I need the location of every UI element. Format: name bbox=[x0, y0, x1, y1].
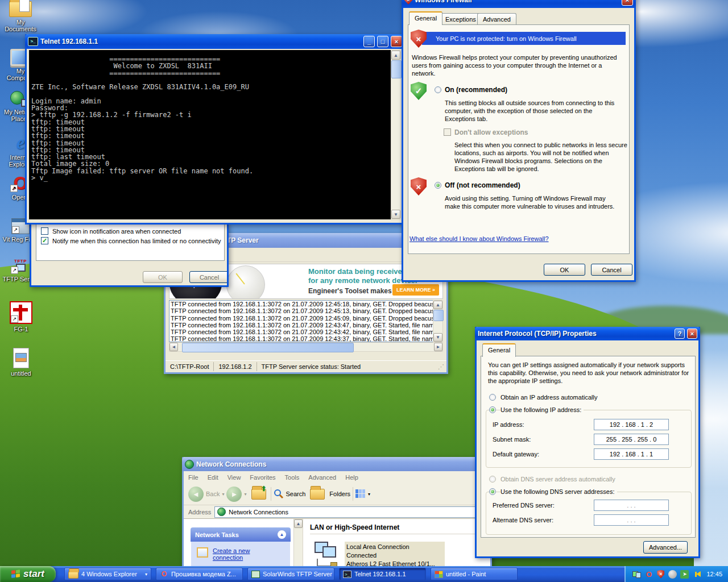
menu-tools[interactable]: Tools bbox=[280, 474, 304, 481]
views-icon[interactable] bbox=[355, 489, 366, 498]
menu-favorites[interactable]: Favorites bbox=[245, 474, 280, 481]
firewall-off-radio[interactable] bbox=[435, 182, 441, 189]
scrollbar-thumb[interactable] bbox=[182, 343, 354, 352]
up-folder-icon[interactable]: ⬆ bbox=[251, 489, 266, 500]
forward-icon[interactable]: ► bbox=[226, 487, 242, 502]
preferred-dns-field[interactable]: . . . bbox=[594, 500, 669, 511]
back-button-label[interactable]: Back bbox=[206, 490, 220, 497]
use-ip-label[interactable]: Use the following IP address: bbox=[500, 406, 584, 413]
tab-advanced[interactable]: Advanced bbox=[477, 13, 516, 25]
menu-advanced[interactable]: Advanced bbox=[304, 474, 341, 481]
network-tasks-header[interactable]: Network Tasks ▲ bbox=[191, 527, 291, 542]
taskbar-button-tftp[interactable]: SolarWinds TFTP Server bbox=[247, 568, 334, 580]
tray-antivirus-icon[interactable]: ➤ bbox=[680, 570, 689, 579]
taskbar-button-paint[interactable]: untitled - Paint bbox=[431, 568, 518, 580]
tray-network-icon[interactable] bbox=[632, 570, 641, 579]
firewall-on-label[interactable]: On (recommended) bbox=[445, 86, 507, 94]
help-button[interactable]: ? bbox=[675, 329, 685, 339]
scroll-left-icon[interactable]: ◄ bbox=[169, 343, 178, 351]
close-button[interactable]: × bbox=[687, 329, 697, 339]
menu-edit[interactable]: Edit bbox=[203, 474, 223, 481]
notify-limited-checkbox[interactable]: ✓ bbox=[41, 237, 48, 244]
ok-button[interactable]: OK bbox=[143, 271, 183, 283]
forward-dropdown-icon[interactable]: ▾ bbox=[244, 492, 246, 497]
show-icon-checkbox[interactable] bbox=[41, 227, 48, 235]
log-row[interactable]: TFTP connected from 192.168.1.1:3072 on … bbox=[171, 315, 433, 322]
taskbar-button-telnet[interactable]: >_ Telnet 192.168.1.1 bbox=[339, 568, 426, 580]
taskbar-button-opera[interactable]: O Прошивка модема Z... bbox=[156, 568, 243, 580]
scroll-up-icon[interactable]: ▲ bbox=[294, 519, 303, 528]
task-create-connection[interactable]: Create a new connection bbox=[191, 542, 290, 561]
window-title: Network Connections bbox=[196, 460, 266, 468]
start-button[interactable]: start bbox=[0, 566, 56, 582]
alternate-dns-field[interactable]: . . . bbox=[594, 514, 669, 526]
obtain-ip-label[interactable]: Obtain an IP address automatically bbox=[500, 394, 597, 401]
log-row[interactable]: TFTP connected from 192.168.1.1:3072 on … bbox=[171, 307, 433, 314]
scroll-down-icon[interactable]: ▼ bbox=[433, 333, 442, 342]
search-button-label[interactable]: Search bbox=[286, 490, 306, 497]
tray-player-icon[interactable] bbox=[668, 570, 677, 579]
log-row[interactable]: TFTP connected from 192.168.1.1:3072 on … bbox=[171, 301, 433, 307]
address-combo[interactable]: Network Connections bbox=[214, 506, 486, 518]
use-dns-radio[interactable] bbox=[489, 488, 496, 495]
lan-connection-icon[interactable] bbox=[313, 539, 343, 569]
log-row[interactable]: TFTP connected from 192.168.1.1:3072 on … bbox=[171, 329, 433, 335]
search-icon[interactable] bbox=[274, 489, 284, 499]
scrollbar-thumb[interactable] bbox=[433, 310, 444, 321]
scroll-down-icon[interactable]: ▼ bbox=[391, 210, 400, 219]
cancel-button[interactable]: Cancel bbox=[591, 264, 632, 276]
back-icon[interactable]: ◄ bbox=[188, 487, 204, 502]
log-horizontal-scrollbar[interactable]: ◄ ► bbox=[169, 342, 443, 352]
menu-file[interactable]: File bbox=[184, 474, 203, 481]
advanced-button[interactable]: Advanced... bbox=[643, 541, 688, 554]
menu-help[interactable]: Help bbox=[341, 474, 363, 481]
ok-button[interactable]: OK bbox=[544, 264, 585, 276]
cancel-button[interactable]: Cancel bbox=[189, 271, 229, 283]
tab-general[interactable]: General bbox=[482, 343, 516, 357]
no-exceptions-checkbox[interactable] bbox=[444, 128, 451, 136]
tab-exceptions[interactable]: Exceptions bbox=[440, 13, 482, 25]
firewall-on-radio[interactable] bbox=[435, 86, 441, 93]
minimize-button[interactable]: _ bbox=[363, 36, 375, 47]
folders-button-label[interactable]: Folders bbox=[329, 490, 350, 497]
firewall-off-label[interactable]: Off (not recommended) bbox=[445, 181, 520, 189]
scroll-right-icon[interactable]: ► bbox=[434, 343, 442, 351]
log-vertical-scrollbar[interactable]: ▲ ▼ bbox=[433, 300, 443, 342]
log-row[interactable]: TFTP connected from 192.168.1.1:3072 on … bbox=[171, 322, 433, 329]
views-dropdown-icon[interactable]: ▾ bbox=[368, 492, 370, 497]
tray-opera-icon[interactable]: O bbox=[644, 570, 653, 579]
close-button[interactable]: × bbox=[391, 36, 402, 47]
taskbar-button-explorer[interactable]: 4 Windows Explorer ▾ bbox=[64, 568, 151, 580]
console-scrollbar[interactable]: ▲ ▼ bbox=[391, 50, 401, 219]
close-button[interactable]: × bbox=[622, 0, 633, 6]
tray-security-alert-icon[interactable]: × bbox=[656, 570, 665, 579]
log-row[interactable]: TFTP connected from 192.168.1.1:3072 on … bbox=[171, 335, 433, 342]
toolbar-separator bbox=[271, 487, 271, 501]
desktop-icon-fg1[interactable]: ↗ FG-1 bbox=[2, 301, 40, 332]
menu-view[interactable]: View bbox=[223, 474, 246, 481]
telnet-console[interactable]: =========================== Welcome to Z… bbox=[29, 50, 391, 219]
ip-address-field[interactable]: 192 . 168 . 1 . 2 bbox=[594, 419, 669, 430]
scroll-up-icon[interactable]: ▲ bbox=[433, 301, 442, 309]
use-ip-radio[interactable] bbox=[489, 406, 496, 413]
maximize-button[interactable]: □ bbox=[377, 36, 388, 47]
lan-connection-item[interactable]: Local Area Connection Connected Atheros … bbox=[345, 542, 445, 569]
obtain-dns-radio[interactable] bbox=[489, 476, 496, 483]
back-dropdown-icon[interactable]: ▾ bbox=[222, 492, 224, 497]
collapse-chevron-icon[interactable]: ▲ bbox=[278, 530, 286, 539]
firewall-help-link[interactable]: What else should I know about Windows Fi… bbox=[410, 235, 549, 242]
tray-volume-icon[interactable] bbox=[692, 570, 701, 579]
scroll-up-icon[interactable]: ▲ bbox=[391, 51, 400, 60]
default-gateway-field[interactable]: 192 . 168 . 1 . 1 bbox=[594, 448, 669, 460]
obtain-ip-radio[interactable] bbox=[489, 394, 496, 401]
use-dns-label[interactable]: Use the following DNS server addresses: bbox=[500, 488, 617, 495]
resize-grip-icon[interactable]: ⋰ bbox=[438, 363, 446, 371]
folders-icon[interactable] bbox=[310, 489, 325, 500]
desktop-icon-my-documents[interactable]: My Documents bbox=[2, 1, 39, 32]
scrollbar-thumb[interactable] bbox=[391, 60, 402, 78]
learn-more-button[interactable]: LEARN MORE » bbox=[392, 284, 439, 296]
subnet-mask-field[interactable]: 255 . 255 . 255 . 0 bbox=[594, 434, 669, 445]
desktop-icon-untitled-image[interactable]: untitled bbox=[2, 348, 40, 377]
default-gateway-label: Default gateway: bbox=[493, 451, 539, 458]
tab-general[interactable]: General bbox=[409, 11, 442, 25]
